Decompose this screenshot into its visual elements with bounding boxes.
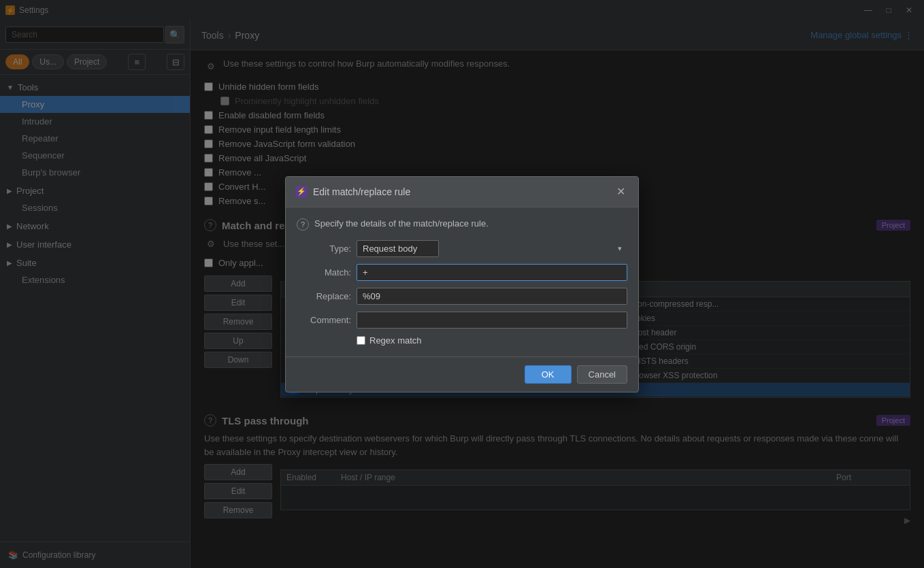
match-field-row: Match:	[297, 264, 627, 281]
cancel-button[interactable]: Cancel	[577, 365, 627, 384]
dialog-header: ⚡ Edit match/replace rule ✕	[286, 177, 638, 207]
comment-input[interactable]	[357, 312, 627, 329]
dialog-footer: OK Cancel	[286, 356, 638, 392]
dialog-overlay: ⚡ Edit match/replace rule ✕ ? Specify th…	[0, 0, 924, 568]
dialog-help-icon[interactable]: ?	[297, 218, 309, 231]
ok-button[interactable]: OK	[525, 365, 572, 384]
dialog-title: ⚡ Edit match/replace rule	[295, 186, 410, 198]
dialog-close-button[interactable]: ✕	[612, 184, 629, 200]
edit-match-replace-dialog: ⚡ Edit match/replace rule ✕ ? Specify th…	[285, 176, 639, 392]
comment-label: Comment:	[297, 315, 351, 325]
dialog-info-text: Specify the details of the match/replace…	[314, 218, 489, 229]
type-select[interactable]: Request body Request header Request firs…	[357, 240, 439, 257]
comment-field-row: Comment:	[297, 312, 627, 329]
dialog-info-row: ? Specify the details of the match/repla…	[297, 218, 627, 231]
type-label: Type:	[297, 244, 351, 254]
type-select-wrapper: Request body Request header Request firs…	[357, 240, 627, 257]
regex-match-checkbox[interactable]	[357, 336, 365, 345]
dialog-body: ? Specify the details of the match/repla…	[286, 207, 638, 356]
match-label: Match:	[297, 267, 351, 278]
regex-match-label: Regex match	[369, 335, 422, 346]
dialog-title-text: Edit match/replace rule	[313, 186, 410, 197]
dialog-icon: ⚡	[295, 186, 308, 198]
replace-input[interactable]	[357, 288, 627, 305]
replace-label: Replace:	[297, 291, 351, 301]
replace-field-row: Replace:	[297, 288, 627, 305]
type-field-row: Type: Request body Request header Reques…	[297, 240, 627, 257]
match-input[interactable]	[357, 264, 627, 281]
regex-match-row: Regex match	[357, 335, 627, 346]
